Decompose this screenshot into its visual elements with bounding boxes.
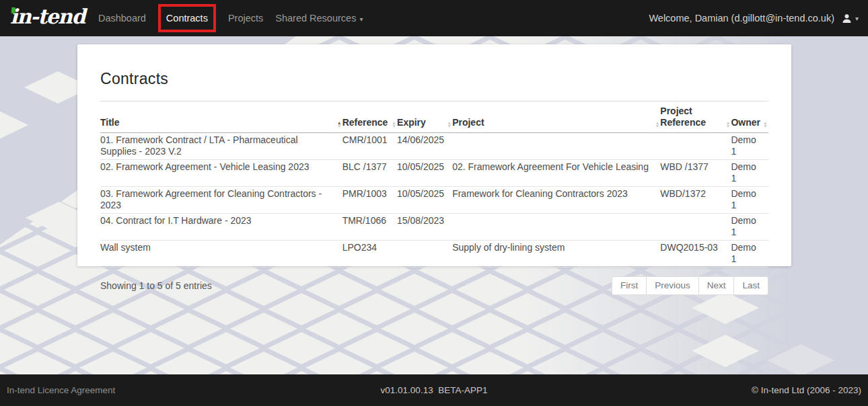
table-row[interactable]: 04. Contract for I.T Hardware - 2023 TMR…	[100, 214, 768, 241]
cell-reference: BLC /1377	[342, 160, 397, 187]
copyright-text: © In-tend Ltd (2006 - 2023)	[752, 385, 861, 395]
cell-title: 01. Framework Contract / LTA - Pharmaceu…	[100, 133, 342, 160]
entries-info: Showing 1 to 5 of 5 entries	[100, 280, 212, 291]
column-header-label: Reference	[342, 117, 388, 128]
user-menu[interactable]: Welcome, Damian (d.gillott@in-tend.co.uk…	[649, 13, 859, 24]
column-header[interactable]: Owner	[731, 102, 768, 133]
last-page-button[interactable]: Last	[733, 276, 768, 295]
sort-icons	[725, 121, 730, 128]
cell-project	[452, 214, 660, 241]
cell-expiry: 10/05/2025	[397, 160, 452, 187]
table-row[interactable]: Wall system LPO234 Supply of dry-lining …	[100, 241, 768, 268]
column-header[interactable]: Expiry	[397, 102, 452, 133]
table-row[interactable]: 03. Framework Agreement for Cleaning Con…	[100, 187, 768, 214]
cell-title: 03. Framework Agreement for Cleaning Con…	[100, 187, 342, 214]
cell-title: 02. Framework Agreement - Vehicle Leasin…	[100, 160, 342, 187]
nav-item-dashboard[interactable]: Dashboard	[98, 13, 146, 24]
sort-icons	[337, 121, 342, 128]
cell-project-reference: WBD/1372	[660, 187, 731, 214]
version-text: v01.01.00.13 BETA-APP1	[381, 385, 488, 395]
cell-title: Wall system	[100, 241, 342, 268]
footer: In-tend Licence Agreement v01.01.00.13 B…	[0, 374, 868, 406]
cell-owner: Demo 1	[731, 214, 768, 241]
cell-project	[452, 133, 660, 160]
table-header-row: Title Reference Expiry Project	[100, 102, 768, 133]
table-row[interactable]: 01. Framework Contract / LTA - Pharmaceu…	[100, 133, 768, 160]
pagination: First Previous Next Last	[612, 276, 768, 295]
cell-owner: Demo 1	[731, 133, 768, 160]
logo-green-dot-icon	[11, 7, 16, 14]
main-nav: Dashboard Contracts Projects Shared Reso…	[98, 4, 375, 32]
licence-agreement-link[interactable]: In-tend Licence Agreement	[7, 385, 115, 395]
cell-expiry: 15/08/2023	[397, 214, 452, 241]
sort-icons	[655, 121, 659, 128]
column-header[interactable]: Reference	[342, 102, 397, 133]
navbar: in-tend Dashboard Contracts Projects Sha…	[0, 0, 868, 36]
table-footer: Showing 1 to 5 of 5 entries First Previo…	[100, 276, 768, 295]
chevron-down-icon: ▾	[359, 15, 363, 23]
cell-project: Supply of dry-lining system	[452, 241, 660, 268]
cell-project: 02. Framework Agreement For Vehicle Leas…	[452, 160, 660, 187]
app-logo[interactable]: in-tend	[9, 5, 87, 31]
cell-expiry	[397, 241, 452, 268]
table-row[interactable]: 02. Framework Agreement - Vehicle Leasin…	[100, 160, 768, 187]
cell-reference: TMR/1066	[342, 214, 397, 241]
first-page-button[interactable]: First	[612, 276, 647, 295]
cell-title: 04. Contract for I.T Hardware - 2023	[100, 214, 342, 241]
cell-reference: PMR/1003	[342, 187, 397, 214]
previous-page-button[interactable]: Previous	[646, 276, 699, 295]
cell-expiry: 10/05/2025	[397, 187, 452, 214]
contracts-table: Title Reference Expiry Project	[100, 101, 768, 268]
column-header[interactable]: Title	[100, 102, 342, 133]
annotation-highlight-box: Contracts	[158, 4, 216, 32]
app-logo-text: in-tend	[10, 5, 85, 28]
cell-project-reference: WBD /1377	[660, 160, 731, 187]
user-icon	[841, 13, 853, 24]
column-header-label: Owner	[731, 117, 760, 128]
table-body: 01. Framework Contract / LTA - Pharmaceu…	[100, 133, 768, 268]
next-page-button[interactable]: Next	[698, 276, 735, 295]
cell-expiry: 14/06/2025	[397, 133, 452, 160]
cell-owner: Demo 1	[731, 187, 768, 214]
chevron-down-icon: ▾	[855, 15, 859, 22]
cell-project: Framework for Cleaning Contractors 2023	[452, 187, 660, 214]
nav-item-shared-resources-label: Shared Resources	[275, 13, 356, 24]
column-header-label: Project Reference	[660, 106, 706, 128]
sort-icons	[763, 121, 768, 128]
welcome-text: Welcome, Damian (d.gillott@in-tend.co.uk…	[649, 13, 834, 24]
column-header-label: Title	[100, 117, 120, 128]
sort-icons	[447, 121, 451, 128]
cell-owner: Demo 1	[731, 241, 768, 268]
cell-reference: CMR/1001	[342, 133, 397, 160]
column-header-label: Expiry	[397, 117, 426, 128]
sort-icons	[392, 121, 396, 128]
page-title: Contracts	[100, 70, 768, 88]
column-header[interactable]: Project Reference	[660, 102, 731, 133]
cell-project-reference	[660, 214, 731, 241]
cell-owner: Demo 1	[731, 160, 768, 187]
nav-item-contracts[interactable]: Contracts	[166, 13, 208, 24]
nav-item-shared-resources[interactable]: Shared Resources▾	[275, 13, 363, 24]
contracts-card: Contracts Title Reference	[77, 44, 791, 266]
column-header-label: Project	[452, 117, 484, 128]
column-header[interactable]: Project	[452, 102, 660, 133]
cell-reference: LPO234	[342, 241, 397, 268]
nav-item-projects[interactable]: Projects	[228, 13, 263, 24]
cell-project-reference: DWQ2015-03	[660, 241, 731, 268]
cell-project-reference	[660, 133, 731, 160]
